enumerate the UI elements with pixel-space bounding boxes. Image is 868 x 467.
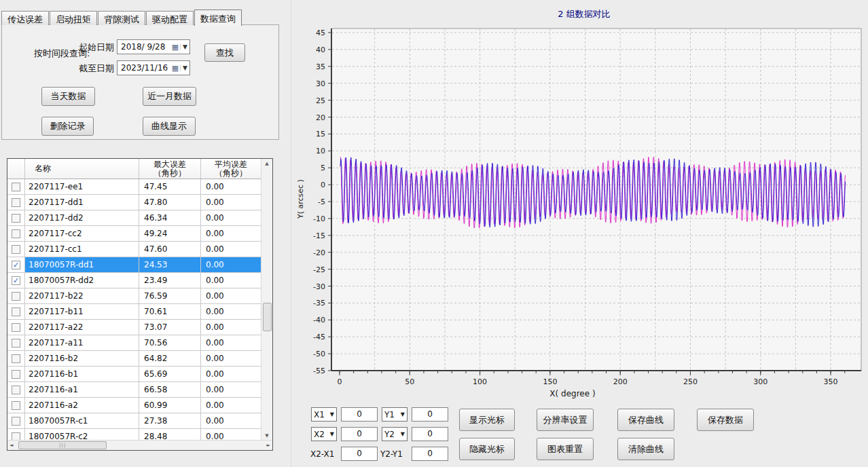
row-checkbox[interactable]: ✓ [12,261,20,269]
end-date-picker[interactable]: 2023/11/16 ▦ ▼ [117,60,190,75]
row-avg-error: 0.00 [201,382,261,398]
start-date-value: 2018/ 9/28 [117,42,170,52]
tab-驱动配置[interactable]: 驱动配置 [146,11,194,25]
table-row[interactable]: 2207117-cc147.600.00 [7,242,261,257]
table-row[interactable]: ✓18070057R-dd223.490.00 [7,273,261,288]
row-avg-error: 0.00 [201,351,261,367]
row-name: 2207116-b2 [25,351,139,367]
svg-text:-55: -55 [313,367,325,375]
header-max-error: 最大误差 （角秒） [139,159,201,179]
save-curve-button[interactable]: 保存曲线 [617,409,674,431]
show-cursor-button[interactable]: 显示光标 [459,409,515,431]
table-row[interactable]: 2207117-a2273.070.00 [7,320,261,335]
calendar-icon[interactable]: ▦ [170,64,180,73]
row-checkbox[interactable] [12,323,20,332]
row-checkbox[interactable]: ✓ [12,276,20,285]
x2-label: X2 [314,430,325,439]
x2-value-field[interactable]: 0 [341,427,378,441]
y1-cursor-select[interactable]: Y1▼ [382,407,408,422]
y1-value-field[interactable]: 0 [412,407,448,422]
row-name: 2207117-ee1 [25,179,139,195]
svg-text:40: 40 [316,45,325,54]
row-checkbox[interactable] [12,292,20,301]
calendar-icon[interactable]: ▦ [170,43,180,52]
start-date-picker[interactable]: 2018/ 9/28 ▦ ▼ [117,39,190,54]
last-month-data-button[interactable]: 近一月数据 [143,87,196,106]
row-max-error: 70.61 [139,304,201,320]
table-row[interactable]: 2207116-a260.990.00 [7,398,261,413]
row-avg-error: 0.00 [201,195,261,210]
tab-数据查询[interactable]: 数据查询 [194,10,242,26]
show-curve-button[interactable]: 曲线显示 [143,117,196,136]
row-checkbox[interactable] [12,183,20,191]
row-checkbox[interactable] [12,214,20,223]
scroll-up-icon[interactable]: ▲ [261,161,272,166]
vertical-scroll-thumb[interactable] [263,303,272,331]
row-checkbox[interactable] [12,245,20,254]
row-checkbox[interactable] [12,370,20,379]
scroll-right-icon[interactable]: ► [267,443,270,448]
x2-cursor-select[interactable]: X2▼ [311,427,337,441]
tab-启动扭矩[interactable]: 启动扭矩 [50,11,97,25]
scroll-down-icon[interactable]: ▼ [261,433,272,438]
row-avg-error: 0.00 [201,304,261,320]
dx-value-field[interactable]: 0 [341,447,378,461]
row-name: 18070057R-dd1 [25,257,139,273]
scroll-left-icon[interactable]: ◄ [10,443,13,448]
table-row[interactable]: 2207116-b264.820.00 [7,351,261,367]
row-checkbox[interactable] [12,401,20,410]
row-max-error: 65.69 [139,367,201,382]
x1-value-field[interactable]: 0 [341,407,378,422]
today-data-button[interactable]: 当天数据 [41,87,95,106]
table-row[interactable]: 2207117-ee147.450.00 [7,179,261,195]
row-name: 2207116-b1 [25,367,139,382]
table-row[interactable]: 18070057R-c127.380.00 [7,413,261,429]
row-checkbox[interactable] [12,229,20,238]
y2-value-field[interactable]: 0 [412,427,448,441]
row-checkbox[interactable] [12,198,20,207]
svg-text:350: 350 [824,377,838,386]
row-avg-error: 0.00 [201,413,261,429]
table-row[interactable]: 2207117-cc249.240.00 [7,226,261,242]
table-header: 名称 最大误差 （角秒） 平均误差 （角秒） [7,159,261,179]
y2-cursor-select[interactable]: Y2▼ [382,427,408,441]
tab-背隙测试[interactable]: 背隙测试 [98,11,145,25]
row-checkbox[interactable] [12,339,20,348]
table-row[interactable]: 2207116-b165.690.00 [7,367,261,382]
chart-reset-button[interactable]: 图表重置 [537,438,594,460]
row-checkbox[interactable] [12,354,20,363]
vertical-scrollbar[interactable]: ▲ ▼ [261,159,272,441]
horizontal-scroll-thumb[interactable]: ||| [18,441,107,449]
resolution-settings-button[interactable]: 分辨率设置 [537,409,594,431]
table-row[interactable]: 2207117-b2276.590.00 [7,288,261,304]
start-date-label: 起始日期 [79,41,114,54]
dy-value-field[interactable]: 0 [412,447,448,461]
comparison-chart: 454035302520151050-5-10-15-20-25-30-35-4… [293,23,868,402]
table-row[interactable]: 2207117-dd246.340.00 [7,210,261,226]
chevron-down-icon[interactable]: ▼ [180,43,189,50]
row-max-error: 49.24 [139,226,201,242]
row-checkbox[interactable] [12,386,20,394]
header-checkbox-col [7,159,25,179]
row-name: 2207117-a11 [25,335,139,351]
delete-record-button[interactable]: 删除记录 [41,117,94,136]
search-button[interactable]: 查找 [204,43,245,62]
row-checkbox[interactable] [12,307,20,316]
row-avg-error: 0.00 [201,335,261,351]
table-row[interactable]: 2207117-dd147.800.00 [7,195,261,210]
table-row[interactable]: ✓18070057R-dd124.530.00 [7,257,261,273]
svg-text:-40: -40 [313,316,325,324]
row-max-error: 47.80 [139,195,201,210]
table-row[interactable]: 2207116-a166.580.00 [7,382,261,398]
horizontal-scrollbar[interactable]: ◄ ||| ► [7,440,272,450]
table-row[interactable]: 2207117-a1170.560.00 [7,335,261,351]
clear-curve-button[interactable]: 清除曲线 [617,438,674,460]
hide-cursor-button[interactable]: 隐藏光标 [459,438,515,460]
row-checkbox[interactable] [12,417,20,426]
x1-cursor-select[interactable]: X1▼ [311,407,337,422]
dy-label: Y2-Y1 [380,449,403,459]
save-data-button[interactable]: 保存数据 [697,409,754,431]
tab-传达误差[interactable]: 传达误差 [1,11,49,25]
table-row[interactable]: 2207117-b1170.610.00 [7,304,261,320]
chevron-down-icon[interactable]: ▼ [180,64,189,71]
